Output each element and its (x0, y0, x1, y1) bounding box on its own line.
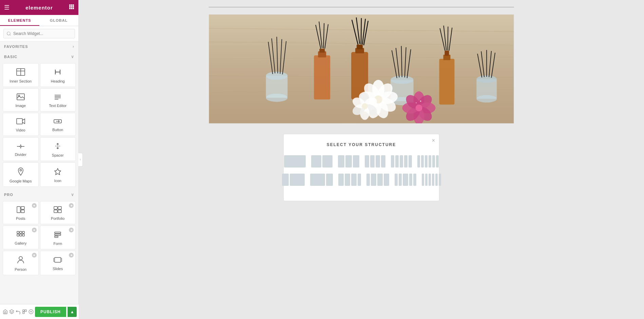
svg-point-143 (362, 103, 368, 109)
video-label: Video (16, 128, 25, 132)
publish-arrow-button[interactable]: ▲ (68, 307, 77, 317)
pro-chevron-icon: ∨ (71, 192, 74, 197)
search-bar (0, 26, 78, 41)
structure-3col[interactable] (337, 154, 361, 169)
structure-2col[interactable] (310, 154, 334, 169)
spacer-icon (54, 142, 61, 151)
svg-point-134 (416, 105, 422, 111)
svg-rect-57 (23, 312, 24, 314)
preview-toolbar-icon[interactable] (29, 307, 34, 317)
structure-selector: × SELECT YOUR STRUCTURE (283, 134, 439, 201)
svg-rect-101 (439, 59, 454, 105)
structure-close-button[interactable]: × (432, 138, 435, 144)
widget-spacer[interactable]: Spacer (40, 137, 76, 161)
widget-portfolio[interactable]: ★ Portfolio (40, 201, 76, 224)
structure-1-3-col[interactable] (281, 172, 306, 187)
favorites-section-header[interactable]: FAVORITES › (0, 41, 78, 52)
collapse-handle[interactable]: ‹ (78, 153, 83, 166)
search-input[interactable] (3, 29, 75, 38)
svg-rect-5 (73, 6, 74, 7)
form-label: Form (53, 242, 62, 246)
widget-inner-section[interactable]: Inner Section (3, 63, 39, 87)
widget-gallery[interactable]: ★ Gallery (3, 226, 39, 249)
text-editor-icon (54, 93, 62, 102)
svg-rect-56 (25, 310, 26, 312)
svg-rect-45 (20, 234, 22, 236)
widget-icon[interactable]: Icon (40, 162, 76, 187)
structure-4col[interactable] (363, 154, 387, 169)
layers-toolbar-icon[interactable] (9, 307, 14, 317)
widget-video[interactable]: Video (3, 113, 39, 136)
widget-divider[interactable]: Divider (3, 137, 39, 161)
pro-badge-form: ★ (69, 228, 74, 232)
slides-icon (53, 256, 62, 265)
svg-rect-43 (22, 231, 24, 233)
structure-6col[interactable] (416, 154, 440, 169)
svg-rect-48 (55, 234, 61, 235)
tab-global[interactable]: GLOBAL (39, 15, 79, 26)
widget-image[interactable]: Image (3, 88, 39, 111)
inner-section-label: Inner Section (10, 79, 32, 83)
image-icon (17, 93, 25, 102)
hamburger-menu-icon[interactable]: ☰ (4, 4, 10, 11)
undo-toolbar-icon[interactable] (16, 307, 21, 317)
spacer-label: Spacer (52, 153, 64, 157)
widget-slides[interactable]: ★ Slides (40, 251, 76, 275)
svg-rect-103 (444, 51, 449, 56)
svg-rect-6 (69, 8, 71, 9)
structure-selector-title: SELECT YOUR STRUCTURE (290, 142, 432, 147)
redo-toolbar-icon[interactable] (22, 307, 27, 317)
structure-row-1 (290, 154, 432, 169)
svg-rect-80 (319, 49, 325, 53)
svg-rect-35 (21, 207, 24, 209)
widget-heading[interactable]: Heading (40, 63, 76, 87)
widget-form[interactable]: ★ Form (40, 226, 76, 249)
widget-google-maps[interactable]: Google Maps (3, 162, 39, 187)
publish-button[interactable]: PUBLISH (35, 307, 66, 317)
svg-rect-21 (17, 119, 22, 124)
favorites-chevron-icon: › (73, 44, 74, 49)
structure-1-3small-col[interactable] (365, 172, 391, 187)
svg-rect-47 (55, 232, 61, 233)
svg-rect-36 (21, 210, 24, 213)
basic-widgets-grid: Inner Section Heading (0, 62, 78, 190)
home-toolbar-icon[interactable] (3, 307, 8, 317)
svg-rect-1 (71, 4, 72, 6)
basic-chevron-icon: ∨ (71, 54, 74, 59)
pro-section-header[interactable]: PRO ∨ (0, 190, 78, 200)
portfolio-icon (54, 206, 62, 214)
structure-5mixed-col[interactable] (393, 172, 418, 187)
widget-button[interactable]: Button (40, 113, 76, 136)
grid-icon[interactable] (69, 4, 74, 11)
structure-5col[interactable] (390, 154, 413, 169)
posts-label: Posts (16, 216, 25, 220)
svg-rect-78 (314, 55, 330, 100)
pro-badge-portfolio: ★ (69, 203, 74, 208)
heading-icon (54, 68, 61, 77)
image-label: Image (15, 104, 26, 108)
tab-elements[interactable]: ELEMENTS (0, 15, 39, 26)
svg-marker-33 (55, 169, 61, 175)
pro-badge-person: ★ (32, 253, 37, 258)
person-icon (17, 256, 24, 265)
basic-section-header[interactable]: BASIC ∨ (0, 52, 78, 62)
hero-image-block[interactable] (209, 14, 514, 124)
widget-text-editor[interactable]: Text Editor (40, 88, 76, 111)
top-border-line (209, 7, 514, 7)
svg-rect-37 (54, 207, 57, 209)
structure-2-3-col[interactable] (309, 172, 334, 187)
svg-rect-7 (71, 8, 72, 9)
svg-rect-49 (55, 236, 58, 237)
video-icon (16, 118, 25, 126)
svg-line-106 (448, 26, 448, 50)
svg-point-32 (20, 170, 21, 171)
structure-3-1-col[interactable] (337, 172, 362, 187)
structure-1col[interactable] (283, 154, 307, 169)
structure-6mixed-col[interactable] (420, 172, 442, 187)
widget-posts[interactable]: ★ Posts (3, 201, 39, 224)
widget-person[interactable]: ★ Person (3, 251, 39, 275)
left-panel: ☰ elementor ELEMENTS GLOBAL FAV (0, 0, 79, 319)
button-label: Button (52, 128, 63, 132)
svg-rect-55 (23, 310, 24, 312)
svg-rect-15 (17, 94, 24, 100)
